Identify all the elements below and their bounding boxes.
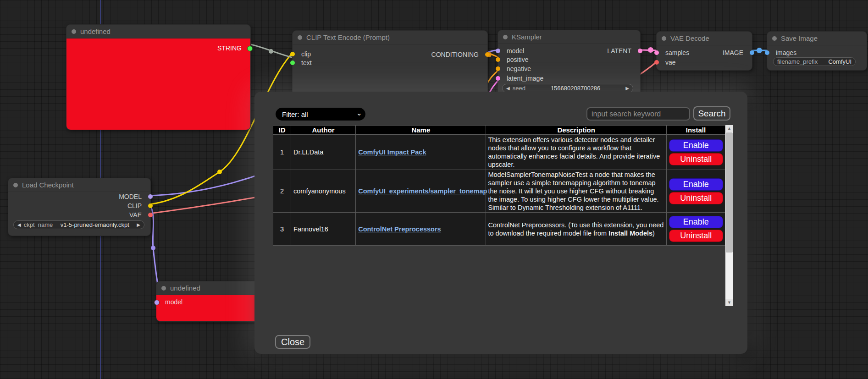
increment-arrow-icon[interactable]: ▶	[137, 221, 140, 229]
header-author: Author	[291, 126, 356, 135]
node-canvas[interactable]: undefined STRING CLIP Text Encode (Promp…	[0, 0, 868, 379]
table-scrollbar[interactable]: ▲ ▼	[725, 125, 733, 306]
header-install: Install	[666, 126, 725, 135]
enable-button[interactable]: Enable	[669, 139, 723, 152]
input-dot[interactable]	[765, 50, 769, 55]
input-slot-images[interactable]: images	[767, 49, 867, 56]
node-collapse-dot[interactable]	[161, 286, 166, 291]
cell-author: comfyanonymous	[291, 170, 356, 213]
output-dot[interactable]	[148, 213, 153, 217]
table-row: 1 Dr.Lt.Data ComfyUI Impact Pack This ex…	[273, 135, 725, 170]
output-dot[interactable]	[247, 46, 253, 51]
node-title-bar[interactable]: KSampler	[498, 30, 640, 44]
table-header-row: ID Author Name Description Install	[273, 126, 725, 135]
output-slot-string[interactable]: STRING	[66, 44, 250, 52]
cell-description: ModelSamplerTonemapNoiseTest a node that…	[486, 170, 666, 213]
node-clip-text-encode[interactable]: CLIP Text Encode (Prompt) clip text COND…	[292, 30, 488, 95]
ckpt-name-value[interactable]: v1-5-pruned-emaonly.ckpt	[61, 221, 129, 228]
node-body: MODEL CLIP VAE ◀ ckpt_name v1-5-pruned-e…	[8, 192, 150, 236]
scroll-down-icon[interactable]: ▼	[725, 299, 733, 306]
extension-link[interactable]: ComfyUI Impact Pack	[358, 148, 426, 156]
node-title: Save Image	[781, 34, 818, 42]
header-id: ID	[273, 126, 291, 135]
cell-id: 3	[273, 213, 291, 246]
widget-label: ckpt_name	[24, 221, 53, 228]
output-slot-model[interactable]: MODEL	[8, 193, 150, 200]
node-title-bar[interactable]: CLIP Text Encode (Prompt)	[293, 31, 487, 44]
node-collapse-dot[interactable]	[13, 183, 18, 187]
node-body: model positive negative latent_image LAT…	[498, 44, 640, 97]
node-title-bar[interactable]: Load Checkpoint	[8, 178, 150, 192]
node-title-bar[interactable]: undefined	[66, 25, 250, 38]
output-slot-vae[interactable]: VAE	[8, 211, 150, 219]
node-vae-decode[interactable]: VAE Decode samples vae IMAGE	[656, 31, 752, 71]
extension-manager-dialog: Filter: all ⌄ Search ID Author Name Desc…	[254, 92, 747, 354]
uninstall-button[interactable]: Uninstall	[669, 192, 723, 204]
filename-prefix-widget[interactable]: filename_prefix ComfyUI	[773, 57, 856, 66]
node-title-bar[interactable]: VAE Decode	[657, 32, 752, 45]
widget-label: seed	[513, 85, 525, 92]
input-slot-negative[interactable]: negative	[498, 65, 640, 72]
node-body: STRING	[66, 38, 250, 130]
node-title: Load Checkpoint	[22, 181, 74, 189]
node-collapse-dot[interactable]	[72, 29, 76, 34]
output-dot[interactable]	[148, 194, 153, 199]
enable-button[interactable]: Enable	[669, 178, 723, 191]
input-slot-text[interactable]: text	[293, 59, 487, 66]
search-input[interactable]	[586, 107, 690, 121]
node-load-checkpoint[interactable]: Load Checkpoint MODEL CLIP VAE ◀ ckpt_na…	[8, 178, 151, 236]
input-dot[interactable]	[496, 66, 500, 71]
node-title-bar[interactable]: Save Image	[767, 32, 867, 45]
node-ksampler[interactable]: KSampler model positive negative latent_…	[498, 30, 641, 97]
node-title: KSampler	[512, 33, 542, 41]
cell-author: Fannovel16	[291, 213, 356, 246]
output-slot-clip[interactable]: CLIP	[8, 202, 150, 209]
node-title: undefined	[170, 284, 200, 292]
output-dot[interactable]	[638, 49, 642, 53]
input-slot-latent-image[interactable]: latent_image	[498, 75, 640, 82]
uninstall-button[interactable]: Uninstall	[669, 230, 723, 242]
node-undefined-top[interactable]: undefined STRING	[66, 24, 251, 130]
enable-button[interactable]: Enable	[669, 216, 723, 228]
scrollbar-thumb[interactable]	[726, 132, 733, 253]
extension-link[interactable]: ComfyUI_experiments/sampler_tonemap	[358, 187, 487, 195]
node-body: clip text CONDITIONING	[293, 44, 487, 95]
filter-select[interactable]: Filter: all	[276, 108, 365, 121]
node-collapse-dot[interactable]	[298, 35, 302, 40]
cell-description: This extension offers various detector n…	[486, 135, 666, 170]
node-collapse-dot[interactable]	[503, 35, 508, 39]
scroll-up-icon[interactable]: ▲	[725, 125, 733, 132]
input-slot-positive[interactable]: positive	[498, 56, 640, 63]
output-dot[interactable]	[750, 50, 754, 55]
search-button[interactable]: Search	[693, 106, 730, 121]
output-slot-image[interactable]: IMAGE	[657, 49, 752, 56]
output-slot-latent[interactable]: LATENT	[498, 47, 640, 55]
decrement-arrow-icon[interactable]: ◀	[506, 84, 510, 92]
output-dot[interactable]	[148, 203, 153, 208]
close-button[interactable]: Close	[275, 335, 310, 349]
output-dot[interactable]	[485, 52, 490, 57]
wire-dot	[648, 47, 653, 53]
node-body: images filename_prefix ComfyUI	[767, 45, 867, 70]
decrement-arrow-icon[interactable]: ◀	[17, 221, 21, 229]
seed-value[interactable]: 156680208700286	[551, 85, 600, 92]
cell-id: 1	[273, 135, 291, 170]
output-slot-conditioning[interactable]: CONDITIONING	[293, 51, 487, 58]
input-dot[interactable]	[496, 57, 500, 62]
input-dot[interactable]	[154, 300, 160, 305]
node-collapse-dot[interactable]	[772, 36, 777, 41]
table-row: 2 comfyanonymous ComfyUI_experiments/sam…	[273, 170, 725, 213]
widget-label: filename_prefix	[777, 58, 818, 65]
extension-link[interactable]: ControlNet Preprocessors	[358, 225, 441, 233]
input-dot[interactable]	[496, 76, 500, 81]
uninstall-button[interactable]: Uninstall	[669, 153, 723, 165]
node-title: VAE Decode	[670, 34, 709, 42]
filename-prefix-value[interactable]: ComfyUI	[828, 58, 851, 65]
node-collapse-dot[interactable]	[662, 36, 666, 41]
input-dot[interactable]	[654, 60, 659, 65]
input-dot[interactable]	[290, 60, 295, 65]
node-save-image[interactable]: Save Image images filename_prefix ComfyU…	[767, 31, 867, 71]
ckpt-name-widget[interactable]: ◀ ckpt_name v1-5-pruned-emaonly.ckpt ▶	[13, 220, 144, 229]
increment-arrow-icon[interactable]: ▶	[625, 84, 629, 92]
input-slot-vae[interactable]: vae	[657, 59, 752, 66]
